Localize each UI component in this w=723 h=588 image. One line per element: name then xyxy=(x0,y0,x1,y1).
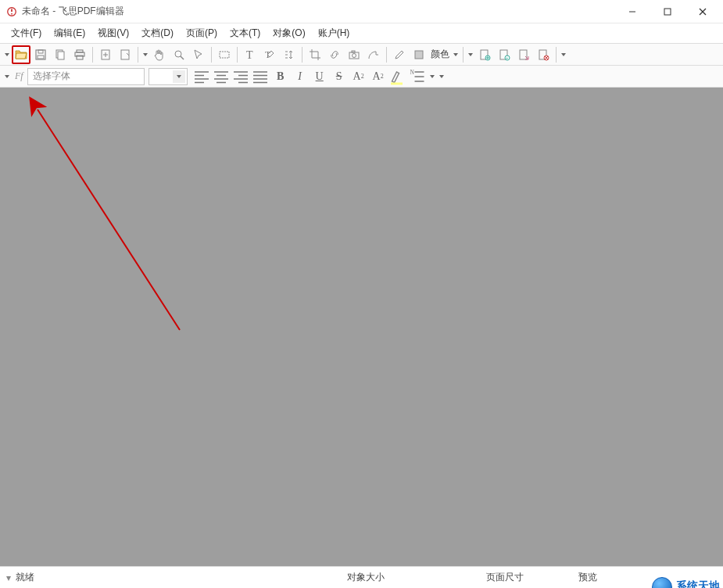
strike-button[interactable]: S xyxy=(330,67,349,86)
svg-text:N: N xyxy=(410,69,414,76)
open-file-button[interactable] xyxy=(12,45,30,64)
watermark-globe-icon xyxy=(652,577,672,588)
font-size-combo[interactable] xyxy=(149,68,188,85)
color-dropdown[interactable] xyxy=(452,45,460,64)
line-spacing-button[interactable] xyxy=(280,45,299,64)
align-right-button[interactable] xyxy=(231,67,250,86)
font-icon: Ff xyxy=(15,70,23,82)
toolbar-dropdown-1[interactable] xyxy=(3,45,11,64)
svg-line-18 xyxy=(181,56,184,59)
link-button[interactable] xyxy=(325,45,344,64)
svg-rect-9 xyxy=(38,56,44,59)
menu-edit[interactable]: 编辑(E) xyxy=(48,24,91,42)
align-justify-button[interactable] xyxy=(251,67,270,86)
bold-button[interactable]: B xyxy=(271,67,290,86)
menu-bar: 文件(F) 编辑(E) 视图(V) 文档(D) 页面(P) 文本(T) 对象(O… xyxy=(0,23,723,44)
status-page-size: 页面尺寸 xyxy=(486,571,524,584)
text-edit-button[interactable]: T xyxy=(260,45,279,64)
italic-button[interactable]: I xyxy=(291,67,310,86)
save-button[interactable] xyxy=(31,45,50,64)
hand-tool-button[interactable] xyxy=(150,45,169,64)
menu-object[interactable]: 对象(O) xyxy=(267,24,311,42)
svg-text:T: T xyxy=(265,49,271,60)
svg-text:+: + xyxy=(506,56,509,60)
toolbar-dropdown-2[interactable] xyxy=(141,45,149,64)
menu-page[interactable]: 页面(P) xyxy=(180,24,224,42)
page-button-2[interactable] xyxy=(116,45,134,64)
shape-button[interactable] xyxy=(364,45,383,64)
color-label: 颜色 xyxy=(431,48,449,61)
status-object-size: 对象大小 xyxy=(347,571,385,584)
format-toolbar: Ff 选择字体 B I U S A2 A2 N xyxy=(0,66,723,88)
menu-file[interactable]: 文件(F) xyxy=(5,24,48,42)
format-dropdown-1[interactable] xyxy=(3,67,11,86)
superscript-button[interactable]: A2 xyxy=(349,67,368,86)
status-ready: 就绪 xyxy=(16,571,34,584)
svg-rect-25 xyxy=(415,51,423,59)
svg-line-36 xyxy=(38,109,180,330)
svg-point-17 xyxy=(175,51,181,57)
fill-button[interactable] xyxy=(410,45,428,64)
font-family-combo[interactable]: 选择字体 xyxy=(27,68,145,85)
text-tool-button[interactable]: T xyxy=(241,45,259,64)
font-size-dropdown-icon xyxy=(173,70,185,83)
close-button[interactable] xyxy=(685,0,720,23)
align-center-button[interactable] xyxy=(212,67,231,86)
svg-rect-19 xyxy=(220,52,229,58)
select-tool-button[interactable] xyxy=(189,45,208,64)
svg-rect-11 xyxy=(58,52,64,59)
font-placeholder: 选择字体 xyxy=(33,70,70,83)
svg-point-2 xyxy=(11,13,13,14)
annotation-arrow xyxy=(0,88,234,353)
subscript-button[interactable]: A2 xyxy=(369,67,388,86)
main-toolbar: T T 颜色 + xyxy=(0,44,723,66)
svg-rect-24 xyxy=(352,51,355,52)
menu-account[interactable]: 账户(H) xyxy=(312,24,356,42)
page-add-button[interactable] xyxy=(475,45,494,64)
page-insert-button[interactable]: + xyxy=(495,45,514,64)
list-dropdown[interactable] xyxy=(428,67,436,86)
svg-point-23 xyxy=(353,53,356,57)
page-delete-button[interactable] xyxy=(534,45,553,64)
crop-button[interactable] xyxy=(306,45,324,64)
zoom-tool-button[interactable] xyxy=(170,45,188,64)
page-export-button[interactable] xyxy=(514,45,533,64)
underline-button[interactable]: U xyxy=(310,67,329,86)
window-title: 未命名 - 飞思PDF编辑器 xyxy=(22,5,124,18)
rect-tool-button[interactable] xyxy=(215,45,234,64)
svg-text:T: T xyxy=(246,49,253,61)
camera-button[interactable] xyxy=(345,45,363,64)
brush-button[interactable] xyxy=(390,45,409,64)
menu-text[interactable]: 文本(T) xyxy=(224,24,267,42)
menu-document[interactable]: 文档(D) xyxy=(135,24,180,42)
menu-view[interactable]: 视图(V) xyxy=(91,24,135,42)
svg-rect-34 xyxy=(391,82,403,84)
svg-rect-1 xyxy=(11,9,13,12)
minimize-button[interactable] xyxy=(614,0,650,23)
watermark-brand: 系统天地 xyxy=(676,579,720,588)
print-button[interactable] xyxy=(70,45,89,64)
status-preview: 预览 xyxy=(578,571,597,584)
title-bar: 未命名 - 飞思PDF编辑器 xyxy=(0,0,723,23)
app-icon xyxy=(6,6,17,17)
page-button-1[interactable] xyxy=(96,45,115,64)
highlight-button[interactable] xyxy=(388,67,407,86)
svg-rect-31 xyxy=(520,50,527,59)
document-workspace[interactable] xyxy=(0,88,723,566)
status-bar: ▾ 就绪 对象大小 页面尺寸 预览 xyxy=(0,566,723,588)
toolbar-dropdown-4[interactable] xyxy=(560,45,567,64)
list-button[interactable]: N xyxy=(409,67,428,86)
toolbar-dropdown-3[interactable] xyxy=(467,45,474,64)
status-collapse-icon[interactable]: ▾ xyxy=(6,572,11,583)
format-dropdown-2[interactable] xyxy=(438,67,446,86)
svg-rect-4 xyxy=(664,9,671,15)
maximize-button[interactable] xyxy=(650,0,685,23)
watermark: 系统天地 XiTongTianDi.net xyxy=(652,577,720,588)
align-left-button[interactable] xyxy=(192,67,211,86)
copy-button[interactable] xyxy=(51,45,70,64)
